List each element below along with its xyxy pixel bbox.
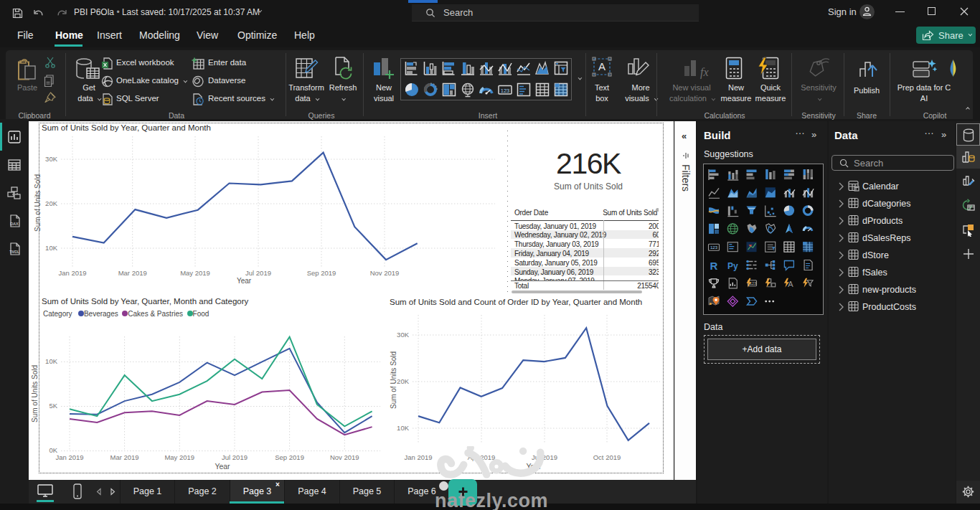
svg-text:fSales: fSales [862, 268, 887, 278]
svg-text:A: A [788, 280, 793, 288]
svg-text:123: 123 [501, 88, 510, 94]
svg-text:Nov 2019: Nov 2019 [370, 269, 400, 277]
svg-text:ProductCosts: ProductCosts [862, 302, 916, 312]
svg-text:DAX: DAX [10, 222, 19, 226]
svg-text:new-products: new-products [862, 285, 916, 295]
svg-text:Jul 2019: Jul 2019 [222, 453, 248, 461]
svg-text:5K: 5K [49, 402, 57, 410]
svg-text:10K: 10K [397, 424, 410, 432]
svg-text:Jan 2019: Jan 2019 [55, 453, 83, 461]
svg-text:Sep 2019: Sep 2019 [275, 453, 304, 461]
svg-text:A: A [598, 60, 606, 72]
svg-text:fx: fx [700, 66, 709, 79]
svg-text:Calendar: Calendar [862, 181, 899, 192]
svg-text:10K: 10K [45, 244, 58, 252]
svg-text:20K: 20K [397, 377, 410, 385]
svg-text:Nov 2019: Nov 2019 [330, 453, 359, 461]
svg-text:10K: 10K [45, 357, 58, 365]
svg-text:Mar 2019: Mar 2019 [118, 269, 147, 277]
svg-text:TMDL: TMDL [9, 250, 19, 254]
svg-text:Mar 2019: Mar 2019 [110, 453, 139, 461]
svg-text:May 2019: May 2019 [180, 269, 210, 277]
svg-text:123: 123 [710, 245, 718, 250]
svg-text:Sum of Units Sold: Sum of Units Sold [31, 365, 39, 422]
svg-text:20K: 20K [45, 199, 58, 207]
svg-text:Sum of Units Sold: Sum of Units Sold [34, 174, 42, 232]
svg-text:Year: Year [215, 462, 230, 471]
svg-text:30K: 30K [397, 331, 410, 339]
svg-text:Year: Year [237, 277, 252, 285]
svg-text:Sum of Units Sold: Sum of Units Sold [390, 351, 397, 409]
svg-text:Oct 2019: Oct 2019 [593, 453, 621, 461]
svg-text:dSalesReps: dSalesReps [862, 233, 910, 243]
svg-text:Py: Py [727, 261, 738, 271]
svg-text:dCategories: dCategories [862, 199, 910, 209]
svg-text:Sep 2019: Sep 2019 [307, 269, 336, 277]
svg-text:123: 123 [750, 281, 756, 285]
svg-text:May 2019: May 2019 [164, 453, 194, 461]
svg-text:Jul 2019: Jul 2019 [245, 269, 271, 277]
svg-text:R: R [710, 260, 718, 272]
svg-text:Jan 2019: Jan 2019 [58, 269, 86, 277]
svg-text:dProducts: dProducts [862, 216, 903, 226]
svg-text:30K: 30K [45, 155, 58, 163]
svg-text:dStore: dStore [862, 250, 889, 260]
